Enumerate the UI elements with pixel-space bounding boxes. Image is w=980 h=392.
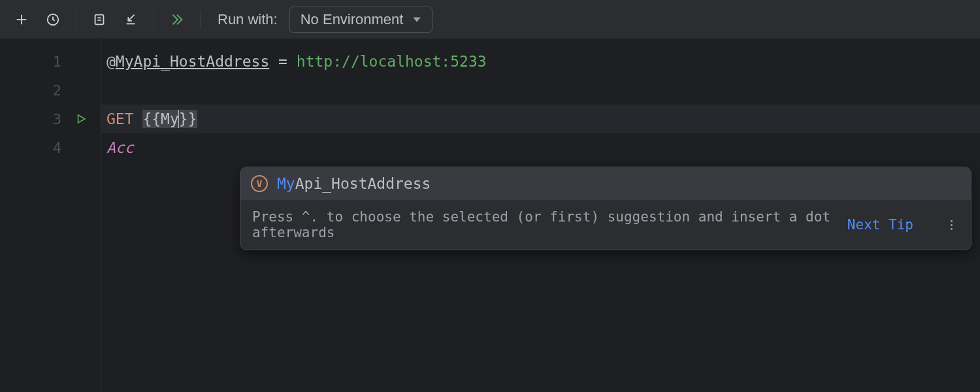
autocomplete-hint: Press ^. to choose the selected (or firs… [252,209,837,240]
autocomplete-popup: V MyApi_HostAddress Press ^. to choose t… [240,167,972,250]
line-number[interactable]: 1 [0,47,101,76]
code-line[interactable]: Acc [101,133,980,162]
add-icon[interactable] [12,10,31,29]
environment-dropdown[interactable]: No Environment [289,7,433,33]
run-with-label: Run with: [218,11,278,28]
code-line-active[interactable]: GET {{My}} [101,105,980,133]
next-tip-link[interactable]: Next Tip [847,217,913,233]
autocomplete-item[interactable]: V MyApi_HostAddress [240,167,971,200]
autocomplete-footer: Press ^. to choose the selected (or firs… [240,200,971,250]
chevron-down-icon [412,15,421,24]
run-all-icon[interactable] [167,10,187,29]
line-number[interactable]: 4 [0,133,101,162]
variable-badge-icon: V [251,175,268,192]
history-icon[interactable] [43,10,63,29]
more-options-icon[interactable] [943,217,959,233]
import-icon[interactable] [121,10,140,29]
autocomplete-text: MyApi_HostAddress [277,175,431,192]
code-line[interactable] [101,76,980,105]
run-request-icon[interactable] [73,111,89,127]
gutter: 1 2 3 4 [0,39,101,392]
code-area[interactable]: @MyApi_HostAddress = http://localhost:52… [101,39,980,392]
structure-icon[interactable] [90,10,109,29]
line-number[interactable]: 3 [0,105,101,133]
separator [200,10,201,29]
line-number[interactable]: 2 [0,76,101,105]
toolbar: Run with: No Environment [0,0,980,39]
code-line[interactable]: @MyApi_HostAddress = http://localhost:52… [101,47,980,76]
environment-selected: No Environment [301,11,404,28]
separator [76,10,76,29]
editor: 1 2 3 4 @MyApi_HostAddress = http://loca… [0,39,980,392]
separator [154,10,154,29]
